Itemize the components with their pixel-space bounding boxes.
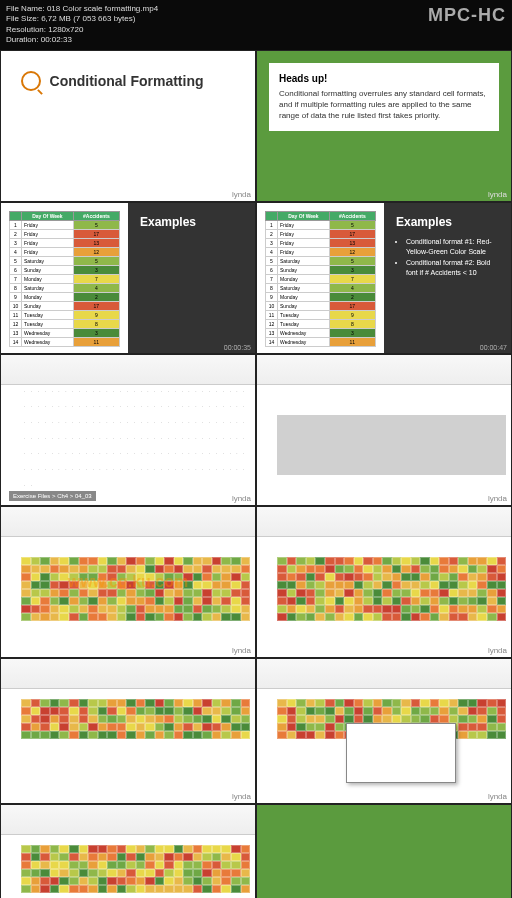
col-day: Day Of Week: [278, 211, 330, 220]
thumbnail-2[interactable]: Heads up! Conditional formatting overrul…: [257, 51, 511, 201]
thumbnail-3[interactable]: Day Of Week#Accidents 1Friday52Friday173…: [1, 203, 255, 353]
excel-ribbon: [1, 507, 255, 537]
heads-up-heading: Heads up!: [279, 73, 489, 84]
brand-text: lynda: [488, 494, 507, 503]
excel-grid: ········································…: [1, 385, 255, 505]
thumbnail-1[interactable]: Conditional Formatting lynda: [1, 51, 255, 201]
slide-title: Conditional Formatting: [50, 73, 204, 89]
examples-title: Examples: [140, 215, 243, 229]
bullet-2: Conditional format #2: Bold font if # Ac…: [406, 258, 499, 279]
duration-label: Duration:: [6, 35, 38, 44]
bullet-1: Conditional format #1: Red-Yellow-Green …: [406, 237, 499, 258]
thumbnail-10[interactable]: lynda: [257, 659, 511, 803]
excel-ribbon: [1, 355, 255, 385]
player-header: File Name: 018 Color scale formatting.mp…: [0, 0, 512, 50]
thumbnail-5[interactable]: ········································…: [1, 355, 255, 505]
thumbnail-8[interactable]: lynda: [257, 507, 511, 657]
thumbnail-grid: Conditional Formatting lynda Heads up! C…: [0, 50, 512, 898]
magnify-icon: [21, 71, 41, 91]
example-table-pane: Day Of Week#Accidents 1Friday52Friday173…: [1, 203, 128, 353]
brand-text: lynda: [232, 190, 251, 199]
thumbnail-6[interactable]: lynda: [257, 355, 511, 505]
excel-grid: [1, 537, 255, 657]
bullet-list: Conditional format #1: Red-Yellow-Green …: [396, 237, 499, 279]
thumbnail-11[interactable]: lynda: [1, 805, 255, 898]
filesize-value: 6,72 MB (7 053 663 bytes): [41, 14, 135, 23]
col-accidents: #Accidents: [73, 211, 119, 220]
brand-text: lynda: [488, 646, 507, 655]
example-table-pane: Day Of Week#Accidents 1Friday52Friday173…: [257, 203, 384, 353]
col-day: Day Of Week: [22, 211, 74, 220]
breadcrumb: Exercise Files > Ch4 > 04_03: [9, 491, 96, 501]
examples-title: Examples: [396, 215, 499, 229]
accidents-table: Day Of Week#Accidents 1Friday52Friday173…: [265, 211, 376, 347]
excel-grid: [1, 689, 255, 803]
player-brand: MPC-HC: [428, 4, 506, 46]
resolution-value: 1280x720: [48, 25, 83, 34]
filename-value: 018 Color scale formatting.mp4: [47, 4, 158, 13]
thumbnail-4[interactable]: Day Of Week#Accidents 1Friday52Friday173…: [257, 203, 511, 353]
thumbnail-9[interactable]: lynda: [1, 659, 255, 803]
example-bullets-pane: Examples Conditional format #1: Red-Yell…: [384, 203, 511, 353]
filesize-label: File Size:: [6, 14, 39, 23]
excel-ribbon: [257, 659, 511, 689]
duration-value: 00:02:33: [41, 35, 72, 44]
file-info: File Name: 018 Color scale formatting.mp…: [6, 4, 428, 46]
excel-ribbon: [1, 805, 255, 835]
example-title-pane: Examples: [128, 203, 255, 353]
thumbnail-12[interactable]: lynda: [257, 805, 511, 898]
brand-text: lynda: [232, 494, 251, 503]
brand-text: lynda: [488, 792, 507, 801]
excel-ribbon: [1, 659, 255, 689]
heads-up-body: Conditional formatting overrules any sta…: [279, 88, 489, 122]
brand-text: lynda: [232, 646, 251, 655]
timestamp: 00:00:35: [224, 344, 251, 351]
accidents-table: Day Of Week#Accidents 1Friday52Friday173…: [9, 211, 120, 347]
excel-ribbon: [257, 507, 511, 537]
excel-ribbon: [257, 355, 511, 385]
excel-grid: [257, 689, 511, 803]
format-dialog: [346, 723, 456, 783]
excel-grid: [257, 385, 511, 505]
brand-text: lynda: [488, 190, 507, 199]
filename-label: File Name:: [6, 4, 45, 13]
heads-up-box: Heads up! Conditional formatting overrul…: [269, 63, 499, 132]
col-accidents: #Accidents: [329, 211, 375, 220]
resolution-label: Resolution:: [6, 25, 46, 34]
selection-area: [277, 415, 506, 475]
timestamp: 00:00:47: [480, 344, 507, 351]
brand-text: lynda: [232, 792, 251, 801]
excel-grid: [1, 835, 255, 898]
thumbnail-7[interactable]: www.cg.ku.com lynda: [1, 507, 255, 657]
excel-grid: [257, 537, 511, 657]
